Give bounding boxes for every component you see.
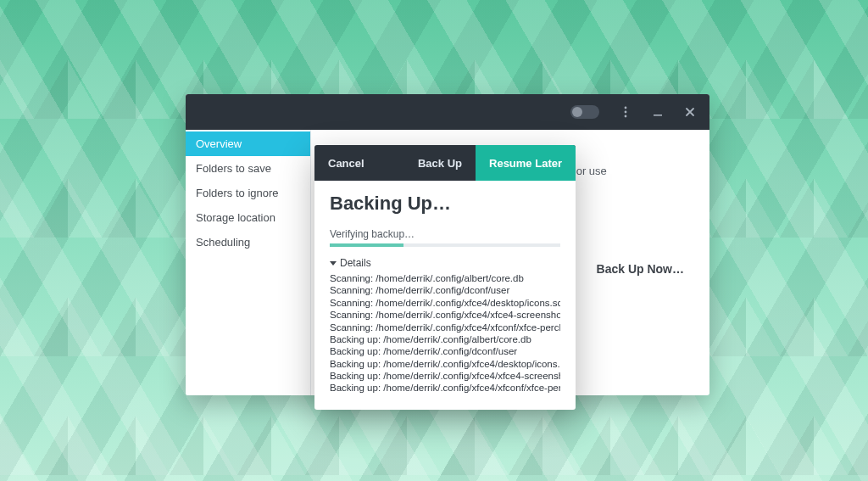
cancel-label: Cancel xyxy=(328,157,364,170)
sidebar-item-label: Folders to ignore xyxy=(196,187,279,199)
log-line: Backing up: /home/derrik/.config/albert/… xyxy=(330,333,560,345)
log-line: Scanning: /home/derrik/.config/albert/co… xyxy=(330,272,560,284)
dialog-body: Backing Up… Verifying backup… Details Sc… xyxy=(314,181,576,410)
sidebar-item-label: Overview xyxy=(196,137,242,150)
sidebar-item-scheduling[interactable]: Scheduling xyxy=(186,230,310,254)
sidebar-item-overview[interactable]: Overview xyxy=(186,131,310,156)
dialog-spacer xyxy=(378,145,404,181)
minimize-button[interactable] xyxy=(643,98,672,126)
log-line: Scanning: /home/derrik/.config/dconf/use… xyxy=(330,284,560,296)
backup-now-button[interactable]: Back Up Now… xyxy=(597,262,684,276)
log-line: Backing up: /home/derrik/.config/dconf/u… xyxy=(330,345,560,357)
resume-later-button[interactable]: Resume Later xyxy=(476,145,576,181)
cancel-button[interactable]: Cancel xyxy=(314,145,378,181)
backup-label: Back Up xyxy=(418,157,462,170)
dialog-progress-bar xyxy=(330,243,560,247)
details-log: Scanning: /home/derrik/.config/albert/co… xyxy=(330,272,560,394)
svg-point-1 xyxy=(625,111,627,114)
backup-button[interactable]: Back Up xyxy=(404,145,476,181)
log-line: Scanning: /home/derrik/.config/xfce4/xfc… xyxy=(330,309,560,321)
sidebar-item-storage[interactable]: Storage location xyxy=(186,205,310,230)
sidebar: Overview Folders to save Folders to igno… xyxy=(186,130,311,395)
sidebar-item-label: Scheduling xyxy=(196,236,250,249)
window-titlebar xyxy=(186,94,709,130)
log-line: Backing up: /home/derrik/.config/xfce4/x… xyxy=(330,382,560,394)
dialog-status: Verifying backup… xyxy=(330,228,560,240)
log-line: Backing up: /home/derrik/.config/xfce4/d… xyxy=(330,358,560,370)
sidebar-item-folders-ignore[interactable]: Folders to ignore xyxy=(186,181,310,205)
svg-point-2 xyxy=(625,115,627,118)
chevron-down-icon xyxy=(330,261,337,266)
resume-later-label: Resume Later xyxy=(489,157,562,170)
svg-rect-3 xyxy=(654,115,662,116)
sidebar-item-label: Storage location xyxy=(196,211,275,224)
menu-button[interactable] xyxy=(611,98,640,126)
details-label: Details xyxy=(340,257,371,269)
sidebar-item-folders-save[interactable]: Folders to save xyxy=(186,156,310,181)
log-line: Scanning: /home/derrik/.config/xfce4/xfc… xyxy=(330,322,560,333)
close-button[interactable] xyxy=(676,98,704,126)
auto-backup-toggle[interactable] xyxy=(570,105,599,119)
log-line: Backing up: /home/derrik/.config/xfce4/x… xyxy=(330,370,560,382)
dialog-header: Cancel Back Up Resume Later xyxy=(314,145,576,181)
details-toggle[interactable]: Details xyxy=(330,257,560,269)
log-line: Scanning: /home/derrik/.config/xfce4/des… xyxy=(330,297,560,309)
dialog-title: Backing Up… xyxy=(330,193,560,215)
backup-dialog: Cancel Back Up Resume Later Backing Up… … xyxy=(314,145,576,410)
svg-point-0 xyxy=(625,107,627,109)
backup-now-label: Back Up Now… xyxy=(597,262,684,276)
sidebar-item-label: Folders to save xyxy=(196,162,271,175)
